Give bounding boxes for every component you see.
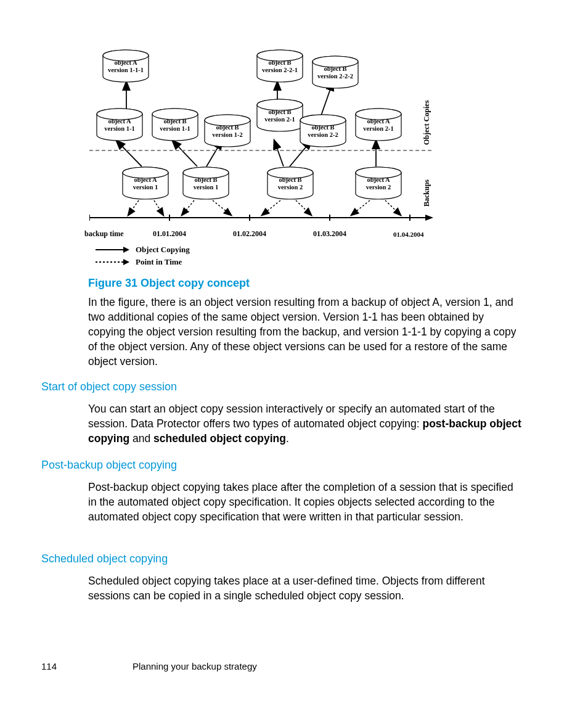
svg-line-14: [296, 200, 311, 215]
divider-dashed: [89, 150, 431, 151]
figure-legend: Object Copying Point in Time: [96, 244, 190, 268]
cyl-label: object B: [268, 59, 291, 66]
legend-label: Object Copying: [136, 245, 190, 255]
text: and: [129, 432, 153, 445]
svg-line-15: [351, 200, 370, 215]
cyl-label: object A: [114, 59, 137, 66]
tick-4: 01.04.2004: [393, 231, 424, 238]
cyl-b-2-2: object Bversion 2-2: [299, 114, 347, 147]
cyl-b-1-1: object Bversion 1-1: [151, 108, 199, 141]
cyl-b-2-2-2: object Bversion 2-2-2: [311, 55, 359, 89]
cyl-label: object A: [108, 118, 131, 125]
svg-line-12: [213, 200, 231, 215]
svg-line-2: [173, 141, 197, 166]
cyl-a-2-1: object Aversion 2-1: [354, 108, 402, 141]
cyl-b-2-1: object Bversion 2-1: [256, 99, 304, 132]
cyl-a-2: object Aversion 2: [354, 166, 402, 200]
cyl-b-1-2: object Bversion 1-2: [203, 114, 251, 147]
cyl-label: version 2: [278, 184, 303, 191]
legend-label: Point in Time: [136, 257, 182, 267]
paragraph-postbackup: Post-backup object copying takes place a…: [88, 480, 521, 524]
cyl-label: object A: [134, 176, 157, 183]
cyl-label: object B: [311, 124, 334, 131]
svg-line-9: [128, 200, 139, 215]
svg-line-1: [116, 141, 142, 166]
cyl-label: version 1-1: [104, 125, 134, 132]
cyl-label: version 1-1-1: [108, 67, 144, 73]
legend-row-dashed: Point in Time: [96, 256, 190, 268]
heading-scheduled: Scheduled object copying: [41, 552, 168, 565]
text-bold: scheduled object copying: [153, 432, 286, 445]
figure-diagram: object Aversion 1-1-1 object Bversion 2-…: [89, 37, 533, 219]
cyl-b-2: object Bversion 2: [266, 166, 314, 200]
cyl-label: object B: [163, 118, 186, 125]
cyl-label: object A: [367, 176, 390, 183]
document-page: object Aversion 1-1-1 object Bversion 2-…: [0, 0, 588, 706]
x-axis-label: backup time: [84, 229, 124, 239]
svg-line-4: [274, 141, 284, 166]
paragraph-intro: In the figure, there is an object versio…: [88, 295, 521, 369]
page-number: 114: [41, 661, 57, 671]
cyl-label: version 2-2-1: [262, 67, 298, 73]
cyl-label: version 2-1: [363, 125, 393, 132]
figure-caption: Figure 31 Object copy concept: [88, 277, 250, 290]
svg-line-11: [182, 200, 194, 215]
cyl-label: object B: [268, 109, 291, 115]
cyl-a-1-1: object Aversion 1-1: [96, 108, 144, 141]
cyl-a-1: object Aversion 1: [121, 166, 169, 200]
cyl-label: object B: [279, 176, 301, 183]
cyl-label: version 1: [194, 184, 219, 191]
heading-postbackup: Post-backup object copying: [41, 459, 177, 472]
cyl-label: object B: [194, 176, 217, 183]
heading-start: Start of object copy session: [41, 380, 177, 393]
cyl-label: version 2-2-2: [317, 73, 353, 80]
cyl-label: version 1: [133, 184, 158, 191]
paragraph-start: You can start an object copy session int…: [88, 401, 521, 446]
text: .: [286, 432, 289, 445]
svg-marker-23: [425, 215, 433, 221]
cyl-b-2-2-1: object Bversion 2-2-1: [256, 49, 304, 83]
cyl-a-1-1-1: object Aversion 1-1-1: [102, 49, 150, 83]
legend-row-solid: Object Copying: [96, 244, 190, 256]
chapter-title: Planning your backup strategy: [133, 661, 257, 671]
cyl-label: version 2-2: [308, 131, 338, 138]
svg-line-16: [385, 200, 401, 215]
svg-line-10: [154, 200, 163, 215]
cyl-label: version 1-1: [160, 125, 190, 132]
cyl-b-1: object Bversion 1: [182, 166, 230, 200]
svg-marker-53: [123, 259, 129, 265]
tick-1: 01.01.2004: [153, 229, 186, 239]
paragraph-scheduled: Scheduled object copying takes place at …: [88, 573, 521, 603]
tick-2: 01.02.2004: [233, 229, 266, 239]
cyl-label: version 1-2: [212, 131, 242, 138]
tick-3: 01.03.2004: [313, 229, 346, 239]
cyl-label: version 2-1: [264, 116, 295, 123]
cyl-label: object B: [324, 65, 346, 72]
label-backups: Backups: [422, 179, 431, 207]
cyl-label: object B: [216, 124, 239, 131]
label-object-copies: Object Copies: [422, 101, 431, 145]
cyl-label: object A: [367, 118, 390, 125]
svg-line-13: [262, 200, 280, 215]
cyl-label: version 2: [366, 184, 391, 191]
svg-marker-51: [123, 247, 129, 253]
